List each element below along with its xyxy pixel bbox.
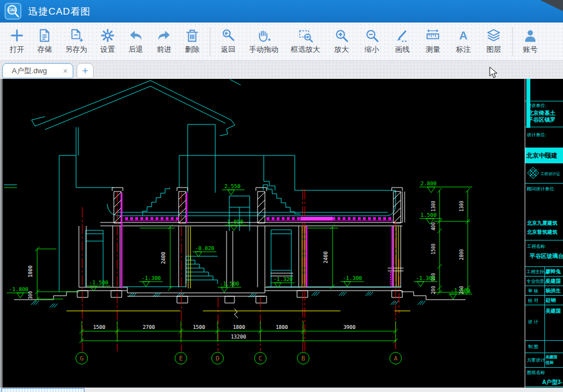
- svg-text:-1.300: -1.300: [141, 275, 161, 281]
- zoom-out-button[interactable]: 缩小: [358, 25, 386, 59]
- toolbar-label: 图层: [486, 44, 501, 55]
- save-button[interactable]: 存储: [32, 25, 57, 59]
- svg-text:400: 400: [431, 222, 436, 231]
- row-value: 赵钢: [546, 297, 556, 304]
- back-button[interactable]: 后退: [123, 25, 149, 59]
- svg-text:B: B: [302, 355, 305, 362]
- zoom-out-icon: [365, 28, 379, 43]
- annotate-button[interactable]: A 标注: [449, 25, 477, 59]
- toolbar-label: 画线: [395, 44, 410, 55]
- pan-button[interactable]: 手动拖动: [244, 25, 283, 59]
- row-value: 吴建国: [546, 278, 561, 285]
- zoom-in-button[interactable]: 放大: [327, 25, 356, 59]
- cert-text: 工程设计证: [540, 171, 560, 177]
- toolbar: 打开 存储 另存为 设置 后退 前进 删除 返回: [0, 23, 563, 61]
- cad-dim-texts: 1500 2700 1500 1800 1800 3900 13200 1800…: [28, 201, 464, 340]
- svg-text:-0.020: -0.020: [195, 245, 215, 251]
- consultant-label: 顾问设计单位:: [527, 186, 555, 192]
- save-as-file-icon: [69, 28, 83, 43]
- svg-text:1500: 1500: [93, 324, 105, 330]
- row-label: 制 图: [528, 344, 538, 350]
- cert-diamond-icon: [526, 166, 540, 180]
- app-window: CAD 迅捷CAD看图 打开 存储 另存为 设置 后退 前进: [0, 0, 563, 392]
- canvas-left-gutter: [0, 79, 3, 387]
- title-bar: CAD 迅捷CAD看图: [0, 0, 563, 23]
- svg-text:2800: 2800: [459, 249, 464, 260]
- consultant-2: 北京普筑建筑: [527, 229, 557, 236]
- corner-decoration: [537, 0, 563, 11]
- save-file-icon: [37, 28, 52, 43]
- cad-section-drawing: 1500 2700 1500 1800 1800 3900 13200 1800…: [0, 79, 563, 387]
- new-tab-button[interactable]: +: [77, 63, 94, 78]
- svg-text:2.800: 2.800: [420, 180, 437, 186]
- title-block: 建设单位: 北京倚基土 平谷区镇罗 设计单位: 北京中颐建 工程设计证 顾问设计…: [525, 79, 563, 387]
- svg-text:-1.500: -1.500: [220, 280, 240, 287]
- row-label: 设 计: [528, 319, 538, 325]
- save-as-button[interactable]: 另存为: [60, 25, 92, 59]
- gear-icon: [100, 28, 115, 43]
- svg-text:A: A: [394, 355, 398, 362]
- client-label: 建设单位:: [527, 103, 546, 109]
- svg-text:1300: 1300: [431, 201, 436, 211]
- hand-drag-icon: [256, 28, 271, 43]
- app-title: 迅捷CAD看图: [28, 5, 91, 18]
- svg-text:D: D: [216, 355, 220, 362]
- back-arrow-icon: [128, 28, 143, 43]
- settings-button[interactable]: 设置: [95, 25, 121, 59]
- draw-line-button[interactable]: 画线: [388, 25, 416, 59]
- account-button[interactable]: 账号: [517, 25, 543, 59]
- svg-text:-1.800: -1.800: [9, 286, 29, 292]
- row-label: 方案设计: [527, 357, 545, 363]
- toolbar-label: 返回: [221, 44, 236, 55]
- svg-text:A: A: [459, 29, 468, 42]
- layers-icon: [486, 28, 501, 43]
- svg-text:300: 300: [28, 291, 33, 300]
- svg-text:-1.300: -1.300: [343, 275, 362, 281]
- user-icon: [523, 28, 538, 43]
- zoom-back-button[interactable]: 返回: [215, 25, 242, 59]
- svg-text:13200: 13200: [230, 334, 246, 340]
- svg-text:G: G: [80, 355, 84, 362]
- toolbar-label: 框选放大: [291, 44, 320, 55]
- svg-text:2700: 2700: [143, 324, 155, 330]
- svg-text:2.550: 2.550: [224, 183, 241, 189]
- tab-bar: A户型.dwg × +: [0, 61, 563, 79]
- project-label: 工程名称:: [527, 243, 546, 250]
- design-unit-highlight: 北京中颐建: [525, 148, 563, 163]
- cad-yellow-lines: [67, 226, 410, 311]
- toolbar-separator: [210, 27, 210, 56]
- row-label: 审 核: [528, 288, 538, 294]
- toolbar-label: 测量: [425, 44, 440, 55]
- row-value: 廖辩兔: [546, 268, 561, 275]
- forward-arrow-icon: [157, 28, 171, 43]
- toolbar-separator: [512, 27, 513, 56]
- delete-button[interactable]: 删除: [179, 25, 205, 59]
- magnifier-return-icon: [221, 28, 236, 43]
- row-value-2: 倪帅: [546, 360, 553, 366]
- measure-button[interactable]: 测量: [419, 25, 447, 59]
- sheet-label: 图纸名称: [527, 369, 545, 376]
- client-name-2: 平谷区镇罗: [527, 116, 556, 124]
- layers-button[interactable]: 图层: [480, 25, 508, 59]
- horizontal-scrollbar-thumb[interactable]: [1, 388, 85, 392]
- svg-text:1800: 1800: [276, 324, 288, 330]
- cad-grid-letters: G E D C B A: [80, 355, 398, 362]
- open-button[interactable]: 打开: [5, 25, 29, 59]
- sheet-name: A户型3-: [542, 378, 562, 386]
- box-zoom-button[interactable]: 框选放大: [286, 25, 325, 59]
- toolbar-label: 打开: [10, 44, 24, 55]
- toolbar-label: 删除: [185, 44, 200, 55]
- toolbar-label: 放大: [334, 44, 349, 55]
- tab-active-dwg[interactable]: A户型.dwg ×: [2, 63, 73, 78]
- toolbar-label: 另存为: [65, 44, 87, 55]
- svg-text:1500: 1500: [431, 243, 436, 254]
- svg-text:E: E: [179, 355, 183, 362]
- tab-title: A户型.dwg: [12, 66, 63, 76]
- forward-button[interactable]: 前进: [151, 25, 177, 59]
- cad-cyan-lines: [4, 79, 425, 308]
- row-label: 校 对: [528, 297, 538, 304]
- tab-close-icon[interactable]: ×: [63, 66, 68, 75]
- row-value: 杨洪生: [546, 287, 561, 295]
- drawing-canvas[interactable]: 1500 2700 1500 1800 1800 3900 13200 1800…: [0, 79, 563, 387]
- svg-text:200: 200: [431, 286, 436, 295]
